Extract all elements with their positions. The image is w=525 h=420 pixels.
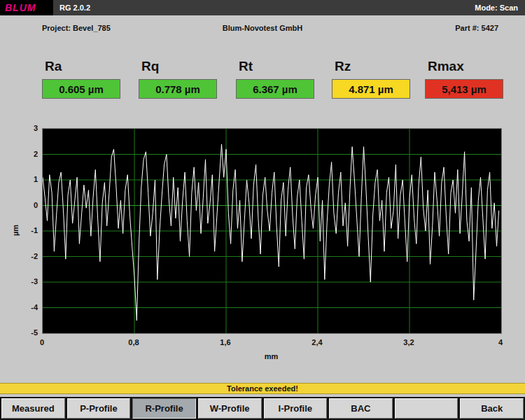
y-tick-label: -5	[13, 328, 38, 337]
x-tick-label: 1,6	[211, 338, 239, 346]
x-tick-label: 4	[486, 338, 514, 346]
tab-empty[interactable]	[395, 398, 458, 419]
metric-label: Rt	[236, 59, 314, 74]
roughness-profile-plot	[42, 128, 502, 334]
title-bar: BLUM RG 2.0.2 Mode: Scan	[0, 0, 525, 15]
x-tick-label: 2,4	[303, 338, 331, 346]
part-number-label: Part #: 5427	[455, 24, 498, 32]
company-label: Blum-Novotest GmbH	[0, 24, 525, 32]
app-version: RG 2.0.2	[59, 0, 90, 15]
tab-bac[interactable]: BAC	[329, 398, 393, 419]
tab-r-profile[interactable]: R-Profile	[132, 398, 196, 419]
metric-label: Rz	[332, 59, 410, 74]
x-tick-label: 0,8	[120, 338, 148, 346]
x-axis-label: mm	[258, 352, 286, 360]
mode-indicator: Mode: Scan	[475, 0, 518, 15]
tab-p-profile[interactable]: P-Profile	[67, 398, 131, 419]
tab-back[interactable]: Back	[460, 398, 524, 419]
x-tick-label: 0	[28, 338, 56, 346]
tab-measured[interactable]: Measured	[1, 398, 65, 419]
x-tick-label: 3,2	[395, 338, 423, 346]
metric-label: Rmax	[425, 59, 503, 74]
metric-rz: Rz4.871 µm	[332, 59, 410, 99]
y-tick-label: -2	[13, 252, 38, 260]
y-tick-label: 1	[13, 175, 38, 183]
metric-value: 0.778 µm	[139, 79, 217, 99]
metric-rmax: Rmax5,413 µm	[425, 59, 503, 99]
y-tick-label: 0	[13, 201, 38, 209]
logo-container: BLUM	[0, 0, 53, 15]
metric-value: 6.367 µm	[236, 79, 314, 99]
tab-i-profile[interactable]: I-Profile	[264, 398, 328, 419]
metric-value: 0.605 µm	[42, 79, 120, 99]
metric-rq: Rq0.778 µm	[139, 59, 217, 99]
metric-ra: Ra0.605 µm	[42, 59, 120, 99]
metric-value: 4.871 µm	[332, 79, 410, 99]
blum-logo: BLUM	[5, 2, 36, 13]
metric-value: 5,413 µm	[425, 79, 503, 99]
y-tick-label: 3	[13, 124, 38, 132]
metric-label: Ra	[42, 59, 120, 74]
y-tick-label: -3	[13, 277, 38, 286]
y-tick-label: -4	[13, 303, 38, 312]
chart-area: 3210-1-2-3-4-5 00,81,62,43,24 µm mm	[0, 128, 525, 380]
status-message: Tolerance exeeded!	[227, 384, 298, 393]
metric-rt: Rt6.367 µm	[236, 59, 314, 99]
status-bar: Tolerance exeeded!	[0, 383, 525, 394]
metric-label: Rq	[139, 59, 217, 74]
y-axis-label: µm	[11, 225, 20, 236]
profile-line-chart	[43, 129, 501, 333]
bottom-tab-bar: MeasuredP-ProfileR-ProfileW-ProfileI-Pro…	[0, 397, 525, 420]
tab-w-profile[interactable]: W-Profile	[198, 398, 262, 419]
y-tick-label: 2	[13, 150, 38, 158]
